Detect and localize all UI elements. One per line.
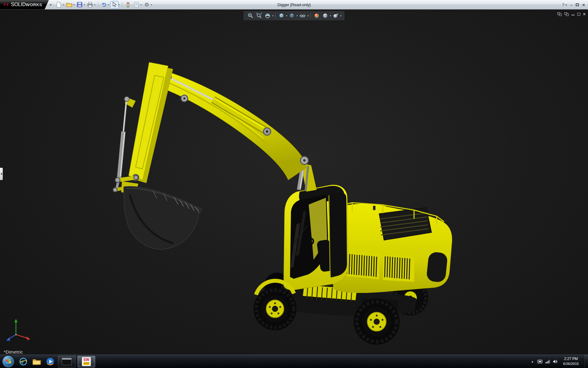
- toolbar-separator: [98, 2, 98, 7]
- main-toolbar: ▾ ▾ ▾ ▾ ▾ ▾ ▾ ⚙ ▾: [55, 1, 153, 9]
- restore-document-icon[interactable]: [577, 13, 580, 16]
- section-view-icon[interactable]: [264, 12, 272, 19]
- restore-button[interactable]: [576, 3, 579, 6]
- excavator-body[interactable]: [331, 203, 452, 293]
- clock-date: 6/26/2015: [563, 362, 579, 366]
- taskbar-clock[interactable]: 2:27 PM 6/26/2015: [561, 357, 581, 366]
- media-player-icon: [46, 357, 55, 366]
- print-icon[interactable]: [86, 1, 94, 9]
- tile-windows-icon[interactable]: [564, 12, 569, 16]
- section-view-caret[interactable]: ▾: [272, 14, 273, 17]
- cascade-windows-icon[interactable]: [557, 12, 562, 16]
- close-button[interactable]: ×: [582, 2, 585, 7]
- open-icon[interactable]: [65, 1, 73, 9]
- hide-show-items-caret[interactable]: ▾: [307, 14, 309, 17]
- tray-expand-button[interactable]: ▲: [530, 359, 535, 364]
- internet-explorer-icon: e: [19, 357, 28, 366]
- edit-appearance-icon[interactable]: [313, 12, 321, 19]
- headsup-separator: [275, 13, 276, 18]
- document-window-controls: ×: [557, 12, 586, 17]
- volume-icon[interactable]: [553, 359, 558, 364]
- headsup-separator: [311, 13, 311, 18]
- system-tray: ▲ 2:27 PM 6/26/2015: [530, 355, 588, 368]
- wheel-front-left[interactable]: [254, 287, 296, 330]
- brand-text-bold: SOLID: [11, 2, 26, 7]
- file-properties-caret[interactable]: ▾: [141, 3, 142, 6]
- command-prompt-thumbnail: [62, 358, 72, 365]
- rebuild-icon[interactable]: [124, 1, 132, 9]
- window-title: Digger [Read-only]: [277, 2, 311, 7]
- stick-cylinder[interactable]: [167, 75, 271, 135]
- undo-icon[interactable]: [100, 1, 108, 9]
- apply-scene-caret[interactable]: ▾: [330, 14, 331, 17]
- side-vent-panel-front: [344, 251, 380, 279]
- view-settings-icon[interactable]: [332, 12, 340, 19]
- excavator-stick[interactable]: [129, 62, 173, 183]
- display-style-icon[interactable]: [288, 12, 296, 19]
- solidworks-year: 2015: [83, 362, 89, 365]
- excavator-cab[interactable]: [284, 185, 348, 290]
- media-player-button[interactable]: [44, 355, 57, 368]
- minimize-button[interactable]: –: [570, 2, 572, 7]
- print-caret[interactable]: ▾: [94, 3, 96, 6]
- excavator-boom[interactable]: [149, 64, 308, 180]
- minimize-document-icon[interactable]: [571, 13, 575, 15]
- solidworks-logo-icon: [3, 2, 9, 8]
- solidworks-badge: SW: [83, 358, 89, 362]
- solidworks-taskbar-button[interactable]: SW 2015: [77, 356, 95, 367]
- title-bar[interactable]: SOLIDWORKS » ▾ ▾ ▾ ▾ ▾ ▾ ▾ ⚙ ▾ Digger: [0, 0, 588, 10]
- feature-panel-splitter-tab[interactable]: [0, 168, 3, 180]
- excavator-bucket[interactable]: [121, 181, 202, 249]
- toolbar-separator: [122, 2, 123, 7]
- window-controls: ? ▾ – ×: [562, 0, 585, 10]
- orientation-triad: [6, 319, 30, 341]
- folder-icon: [32, 358, 41, 366]
- view-orientation-caret[interactable]: ▾: [286, 14, 287, 17]
- solidworks-brand: SOLIDWORKS: [0, 0, 49, 10]
- open-caret[interactable]: ▾: [73, 3, 74, 6]
- collapse-arrow-icon: [1, 173, 2, 175]
- file-properties-icon[interactable]: [132, 1, 141, 9]
- select-caret[interactable]: ▾: [119, 3, 120, 6]
- new-document-caret[interactable]: ▾: [63, 3, 64, 6]
- view-orientation-icon[interactable]: [277, 12, 285, 19]
- graphics-viewport[interactable]: ▾ ▾ ▾ ▾ ▾: [0, 10, 588, 355]
- display-style-caret[interactable]: ▾: [296, 14, 298, 17]
- save-caret[interactable]: ▾: [84, 3, 85, 6]
- view-settings-caret[interactable]: ▾: [340, 14, 341, 17]
- windows-logo-icon: [6, 358, 11, 364]
- tray-app-icon[interactable]: [537, 359, 542, 364]
- side-vent-panel-rear: [383, 254, 415, 282]
- select-icon[interactable]: [110, 1, 119, 9]
- hide-show-items-icon[interactable]: [298, 12, 307, 19]
- apply-scene-icon[interactable]: [321, 12, 329, 19]
- start-button[interactable]: [2, 356, 14, 367]
- svg-text:e: e: [21, 359, 24, 365]
- headsup-view-toolbar: ▾ ▾ ▾ ▾ ▾: [243, 11, 345, 20]
- undo-caret[interactable]: ▾: [108, 3, 109, 6]
- zoom-window-icon[interactable]: [247, 12, 254, 19]
- close-document-icon[interactable]: ×: [583, 12, 586, 17]
- clock-time: 2:27 PM: [563, 357, 579, 362]
- show-desktop-button[interactable]: [584, 355, 588, 368]
- menu-expand-chevron[interactable]: »: [50, 2, 52, 7]
- view-orientation-label: *Dimetric: [4, 349, 23, 355]
- network-icon[interactable]: [545, 359, 550, 364]
- new-document-icon[interactable]: [55, 1, 63, 9]
- options-gear-icon[interactable]: ⚙: [143, 1, 151, 9]
- wheel-front-right[interactable]: [354, 299, 400, 345]
- internet-explorer-button[interactable]: e: [17, 355, 30, 368]
- taskbar: e SW 2015 ▲: [0, 355, 588, 368]
- brand-text-light: WORKS: [26, 2, 42, 7]
- save-icon[interactable]: [75, 1, 84, 9]
- file-explorer-button[interactable]: [30, 355, 43, 368]
- options-caret[interactable]: ▾: [151, 3, 152, 6]
- help-button[interactable]: ? ▾: [562, 2, 567, 7]
- solidworks-app-icon: SW 2015: [82, 357, 91, 366]
- zoom-to-fit-icon[interactable]: [255, 12, 263, 19]
- cab-side-window: [328, 193, 347, 278]
- exhaust-stack: [373, 206, 375, 210]
- excavator-model-canvas[interactable]: [0, 10, 588, 355]
- command-prompt-taskbar-button[interactable]: [58, 356, 76, 367]
